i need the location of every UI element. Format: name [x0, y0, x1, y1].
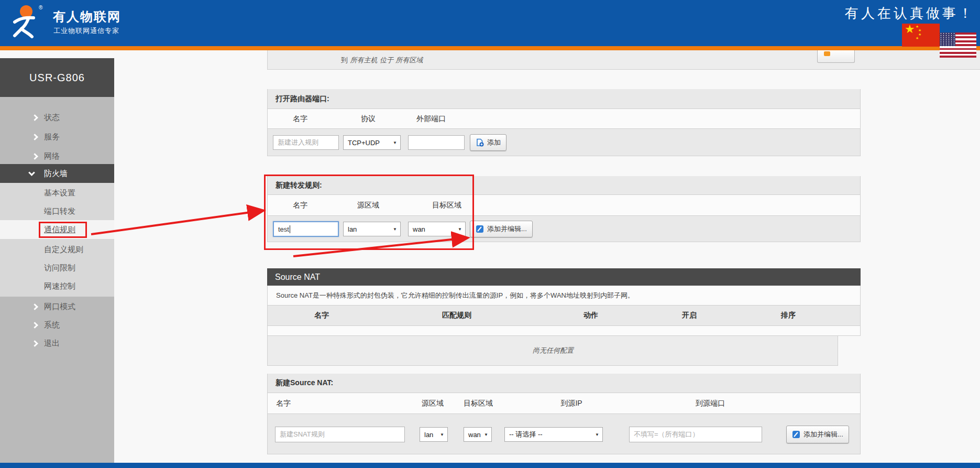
forward-name-input[interactable]: test — [273, 221, 339, 237]
empty-state-row: 尚无任何配置 — [267, 336, 838, 366]
header-bar — [0, 0, 980, 46]
text-caret — [290, 225, 290, 233]
annotation-box-traffic-rules — [39, 222, 87, 238]
col-dest-zone: 目标区域 — [464, 399, 493, 408]
protocol-select[interactable]: TCP+UDP ▼ — [343, 135, 401, 150]
edit-pen-icon — [476, 225, 484, 233]
new-forward-title: 新建转发规则: — [276, 181, 322, 190]
source-nat-section: Source NAT Source NAT是一种特殊形式的封包伪装，它允许精细的… — [267, 268, 861, 366]
open-router-ports-section: 打开路由器端口: 名字 协议 外部端口 新建进入规则 TCP+UDP ▼ 添加 — [267, 89, 861, 156]
empty-state-text: 尚无任何配置 — [533, 346, 574, 355]
new-source-nat-section: 新建Source NAT: 名字 源区域 目标区域 到源IP 到源端口 新建SN… — [267, 374, 861, 454]
new-snat-title: 新建Source NAT: — [276, 378, 333, 388]
sidebar-item-network[interactable]: 网络 — [0, 147, 114, 166]
col-external-port: 外部端口 — [416, 114, 446, 124]
sidebar-subitem-speed-control[interactable]: 网速控制 — [0, 277, 114, 296]
external-port-input[interactable] — [408, 135, 465, 150]
new-forward-rule-section: 新建转发规则: 名字 源区域 目标区域 test lan ▼ wan ▼ 添加并… — [267, 176, 861, 242]
snat-source-zone-select[interactable]: lan ▼ — [420, 427, 448, 442]
add-document-icon — [476, 138, 484, 147]
edit-pen-icon — [792, 430, 800, 439]
sidebar-subitem-basic-settings[interactable]: 基本设置 — [0, 183, 114, 202]
dropdown-arrow-icon: ▼ — [440, 432, 444, 437]
sidebar-item-firewall[interactable]: 防火墙 — [0, 164, 114, 183]
sidebar-item-status[interactable]: 状态 — [0, 108, 114, 127]
sidebar-item-port-mode[interactable]: 网口模式 — [0, 297, 114, 316]
col-name: 名字 — [293, 114, 307, 124]
new-inbound-rule-input[interactable]: 新建进入规则 — [273, 135, 339, 150]
brand-title: 有人物联网 — [53, 8, 121, 25]
source-nat-title: Source NAT — [275, 273, 320, 282]
usa-flag-icon[interactable] — [940, 32, 976, 58]
chevron-right-icon — [31, 153, 38, 160]
chevron-right-icon — [31, 303, 38, 310]
col-match-rule: 匹配规则 — [442, 311, 471, 320]
device-model-title: USR-G806 — [0, 58, 114, 97]
snat-dest-zone-select[interactable]: wan ▼ — [464, 427, 492, 442]
col-name: 名字 — [276, 399, 291, 408]
source-nat-description: Source NAT是一种特殊形式的封包伪装，它允许精细的控制传出流量的源IP，… — [276, 291, 634, 300]
snat-to-source-ip-select[interactable]: -- 请选择 -- ▼ — [504, 427, 603, 442]
partial-rule-row: 到 所有主机 位于 所有区域 — [267, 50, 980, 70]
snat-name-input[interactable]: 新建SNAT规则 — [275, 427, 405, 442]
edit-icon — [824, 51, 830, 56]
col-to-source-ip: 到源IP — [560, 399, 582, 408]
sidebar-item-logout[interactable]: 退出 — [0, 334, 114, 353]
partial-edit-button[interactable] — [817, 50, 855, 63]
chevron-right-icon — [31, 114, 38, 121]
snat-to-source-port-input[interactable]: 不填写=（所有端口） — [629, 427, 762, 442]
arrow-to-forward-section — [91, 211, 262, 234]
dropdown-arrow-icon: ▼ — [393, 140, 397, 145]
china-flag-icon[interactable]: ★ ★ ★ ★ ★ — [902, 24, 940, 47]
add-and-edit-button[interactable]: 添加并编辑... — [470, 221, 533, 237]
footer-bar — [0, 463, 980, 468]
col-name: 名字 — [293, 201, 307, 210]
col-enable: 开启 — [682, 311, 697, 320]
forward-dest-zone-select[interactable]: wan ▼ — [408, 222, 466, 236]
col-source-zone: 源区域 — [422, 399, 444, 408]
col-sort: 排序 — [781, 311, 796, 320]
usr-logo-icon: ® — [7, 3, 48, 40]
col-action: 动作 — [583, 311, 598, 320]
partial-rule-text: 到 所有主机 位于 所有区域 — [341, 55, 423, 65]
brand-subtitle: 工业物联网通信专家 — [53, 26, 119, 36]
col-name: 名字 — [314, 311, 329, 320]
svg-text:®: ® — [39, 5, 43, 10]
sidebar-subitem-custom-rules[interactable]: 自定义规则 — [0, 240, 114, 259]
chevron-right-icon — [31, 134, 38, 140]
snat-add-and-edit-button[interactable]: 添加并编辑... — [786, 426, 849, 443]
dropdown-arrow-icon: ▼ — [595, 432, 599, 437]
dropdown-arrow-icon: ▼ — [393, 227, 397, 232]
sidebar-item-services[interactable]: 服务 — [0, 127, 114, 146]
col-dest-zone: 目标区域 — [432, 201, 461, 210]
open-ports-title: 打开路由器端口: — [276, 94, 329, 104]
header-slogan: 有人在认真做事！ — [845, 4, 975, 23]
header-accent-stripe — [0, 46, 980, 50]
forward-source-zone-select[interactable]: lan ▼ — [343, 222, 401, 236]
sidebar-item-system[interactable]: 系统 — [0, 315, 114, 334]
col-protocol: 协议 — [361, 114, 376, 124]
sidebar-subitem-access-restriction[interactable]: 访问限制 — [0, 258, 114, 277]
dropdown-arrow-icon: ▼ — [484, 432, 488, 437]
col-source-zone: 源区域 — [357, 201, 379, 210]
dropdown-arrow-icon: ▼ — [458, 227, 462, 232]
sidebar-subitem-port-forwards[interactable]: 端口转发 — [0, 202, 114, 221]
chevron-right-icon — [31, 322, 38, 329]
col-to-source-port: 到源端口 — [696, 399, 725, 408]
chevron-down-icon — [28, 169, 35, 176]
chevron-right-icon — [31, 340, 38, 347]
add-button[interactable]: 添加 — [470, 134, 506, 151]
